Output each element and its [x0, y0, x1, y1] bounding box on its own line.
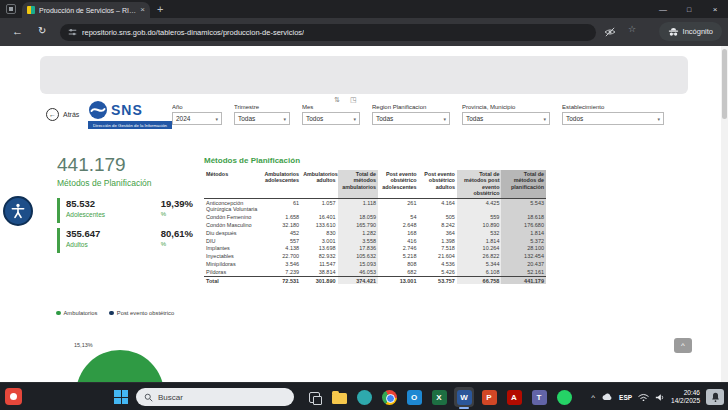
table-row[interactable]: Anticoncepción Quirúrgica Voluntaria611.…	[204, 198, 546, 213]
visual-swap-icon[interactable]: ⇅	[334, 96, 340, 104]
taskbar-teams[interactable]: T	[529, 387, 549, 407]
filter-dropdown[interactable]: Todas▾	[372, 112, 450, 125]
legend-item[interactable]: Ambulatorios	[56, 310, 97, 316]
taskbar-powerpoint[interactable]: P	[479, 387, 499, 407]
cell: Inyectables	[204, 252, 261, 260]
start-button[interactable]	[114, 390, 128, 404]
table-total-row[interactable]: Total72.531301.890374.42113.00153.75766.…	[204, 276, 546, 284]
window-close-button[interactable]: ×	[702, 0, 728, 18]
table-row[interactable]: DIU5573.0013.5584161.3981.8145.372	[204, 237, 546, 245]
filter-label: Provincia, Municipio	[462, 104, 550, 110]
filter-dropdown[interactable]: Todos▾	[562, 112, 664, 125]
table-row[interactable]: Píldoras7.23938.81446.0536825.4266.10852…	[204, 268, 546, 276]
site-info-icon[interactable]	[68, 28, 77, 37]
widgets-weather-icon[interactable]	[5, 388, 22, 405]
table-row[interactable]: Inyectables22.70082.932105.6325.21821.60…	[204, 252, 546, 260]
kpi-percent: 80,61%	[161, 228, 193, 239]
chevron-down-icon: ▾	[353, 116, 356, 122]
kpi-value: 85.532	[66, 198, 105, 209]
taskbar-file-explorer[interactable]	[329, 387, 349, 407]
taskbar-search[interactable]: Buscar	[136, 388, 294, 406]
notification-center-button[interactable]	[706, 389, 724, 405]
scroll-top-button[interactable]: ^	[674, 338, 692, 353]
address-bar[interactable]: repositorio.sns.gob.do/tableros-dinamico…	[60, 24, 596, 41]
cell: 559	[457, 213, 502, 221]
cell: 46.053	[338, 268, 378, 276]
filter-dropdown[interactable]: Todas▾	[234, 112, 290, 125]
filter-dropdown[interactable]: 2024▾	[172, 112, 222, 125]
reload-button[interactable]: ↻	[38, 25, 46, 36]
table-row[interactable]: Minipíldoras3.54611.54715.0938084.5365.3…	[204, 260, 546, 268]
powerpoint-icon: P	[482, 390, 497, 405]
filter-label: Region Planificacion	[372, 104, 450, 110]
tab-close-icon[interactable]: ×	[140, 6, 145, 14]
browser-toolbar: ← ↻ repositorio.sns.gob.do/tableros-dina…	[0, 18, 728, 46]
pie-chart[interactable]	[76, 350, 164, 382]
cell: 808	[378, 260, 418, 268]
tray-chevron-icon[interactable]: ^	[591, 393, 595, 402]
taskbar-acrobat[interactable]: A	[504, 387, 524, 407]
cell: 1.658	[261, 213, 301, 221]
file-explorer-icon	[332, 393, 347, 404]
taskbar-task-view[interactable]	[304, 387, 324, 407]
col-header[interactable]: Total de métodos ambulatorios	[338, 170, 378, 198]
col-header[interactable]: Ambulatorios adolescentes	[261, 170, 301, 198]
filter-dropdown[interactable]: Todas▾	[462, 112, 550, 125]
col-header[interactable]: Post evento obstétrico adolescentes	[378, 170, 418, 198]
excel-icon: X	[432, 390, 447, 405]
tab-search-icon[interactable]	[6, 4, 16, 14]
table-row[interactable]: Implantes4.13813.69817.8362.7467.51810.2…	[204, 244, 546, 252]
taskbar-word[interactable]: W	[454, 387, 474, 407]
sns-logo-subtitle: Dirección de Gestión de la Información	[88, 121, 172, 129]
new-tab-button[interactable]: +	[157, 2, 163, 16]
cell: 18.059	[338, 213, 378, 221]
browser-back-button[interactable]: ←	[12, 25, 23, 37]
chevron-down-icon: ▾	[283, 116, 286, 122]
back-link[interactable]: ← Atrás	[46, 108, 79, 121]
cell: 3.546	[261, 260, 301, 268]
cell: Minipíldoras	[204, 260, 261, 268]
col-header[interactable]: Total de métodos post evento obstétrico	[457, 170, 502, 198]
taskbar-whatsapp[interactable]	[554, 387, 574, 407]
taskbar-clock[interactable]: 20:46 14/2/2025	[671, 389, 700, 406]
table-row[interactable]: Diu después4528301.2821683645321.814	[204, 229, 546, 237]
table-row[interactable]: Condón Femenino1.65816.40118.05954505559…	[204, 213, 546, 221]
col-header[interactable]: Total de métodos de planificación	[501, 170, 546, 198]
back-label: Atrás	[63, 111, 79, 118]
windows-taskbar: Buscar OXWPAT ^ ESP 20:46 14/2/2025	[0, 382, 728, 410]
cell: 22.700	[261, 252, 301, 260]
cell: 452	[261, 229, 301, 237]
visual-popout-icon[interactable]: ◳	[350, 96, 357, 104]
eye-slash-icon[interactable]	[604, 27, 616, 37]
window-maximize-button[interactable]: □	[676, 0, 702, 18]
col-header[interactable]: Métodos	[204, 170, 261, 198]
col-header[interactable]: Post evento obstétrico adultos	[418, 170, 456, 198]
cell: 7.518	[418, 244, 456, 252]
volume-icon[interactable]	[655, 393, 665, 402]
wifi-icon[interactable]	[638, 393, 649, 402]
taskbar-excel[interactable]: X	[429, 387, 449, 407]
accessibility-widget[interactable]	[3, 196, 33, 226]
bookmark-star-icon[interactable]: ☆	[628, 24, 636, 34]
language-indicator[interactable]: ESP	[619, 394, 632, 401]
cell: 364	[418, 229, 456, 237]
table-row[interactable]: Condón Masculino32.180133.610165.7902.64…	[204, 221, 546, 229]
filter-dropdown[interactable]: Todos▾	[302, 112, 360, 125]
window-minimize-button[interactable]: —	[650, 0, 676, 18]
taskbar-chrome[interactable]	[379, 387, 399, 407]
scrollbar-thumb[interactable]	[722, 49, 727, 119]
browser-tab[interactable]: Producción de Servicios – RIES ×	[22, 2, 150, 18]
outlook-icon: O	[407, 390, 422, 405]
cell: 1.057	[301, 198, 337, 213]
legend-item[interactable]: Post evento obstétrico	[109, 310, 174, 316]
page-scrollbar[interactable]	[721, 46, 728, 382]
filter-value: 2024	[176, 115, 190, 122]
onedrive-cloud-icon[interactable]	[601, 393, 613, 401]
cell: 1.398	[418, 237, 456, 245]
kpi-card-adolescentes: 85.532 Adolescentes 19,39% %	[57, 198, 193, 223]
taskbar-outlook[interactable]: O	[404, 387, 424, 407]
col-header[interactable]: Ambulatorios adultos	[301, 170, 337, 198]
taskbar-edge[interactable]	[354, 387, 374, 407]
methods-table: MétodosAmbulatorios adolescentesAmbulato…	[204, 170, 546, 284]
cell: 5.426	[418, 268, 456, 276]
